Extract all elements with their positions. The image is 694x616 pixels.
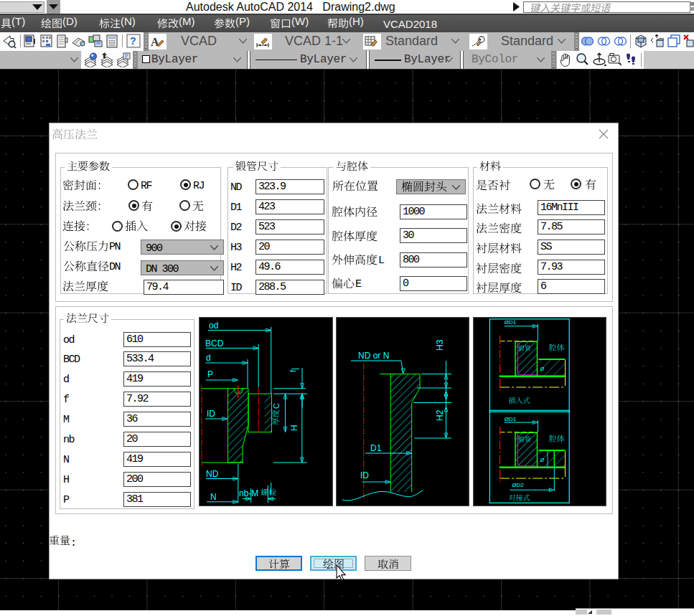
svg-text:N: N [210,492,217,502]
svg-text:D1: D1 [370,443,382,453]
svg-text:ØD1: ØD1 [505,416,517,422]
svg-text:ØD2: ØD2 [512,482,524,488]
svg-text:ND: ND [206,469,219,479]
svg-text:H3: H3 [435,339,445,351]
svg-text:ØD1: ØD1 [505,319,517,326]
svg-text:H: H [289,425,299,431]
svg-text:ID: ID [207,409,215,419]
svg-text:ND or N: ND or N [358,351,389,361]
svg-text:nb-M: nb-M [239,488,258,498]
svg-text:d: d [206,353,211,363]
svg-text:od: od [209,321,218,331]
svg-text:H2: H2 [435,409,445,421]
svg-text:C: C [272,403,281,409]
svg-text:?: ? [130,35,136,47]
svg-text:ID: ID [360,470,369,480]
svg-text:P: P [207,369,213,379]
svg-text:BCD: BCD [205,338,224,349]
